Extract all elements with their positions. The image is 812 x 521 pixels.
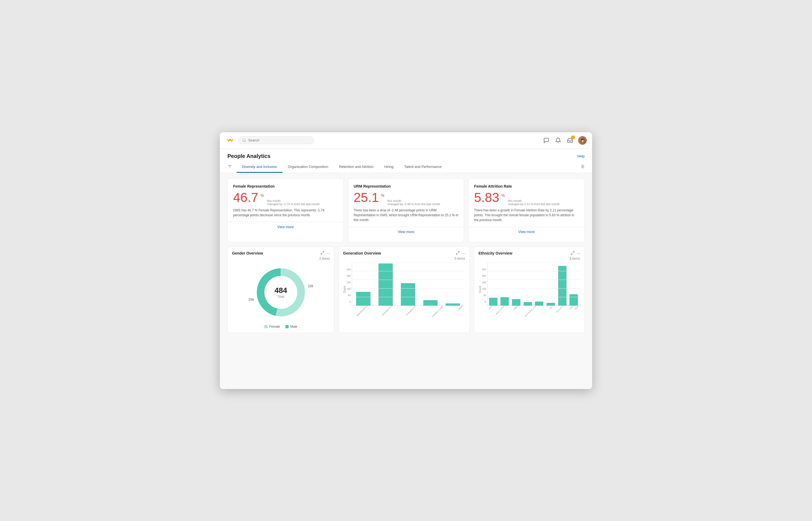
- eth-y250: 250: [482, 268, 486, 271]
- urm-rep-card: URM Representation 25.1 % this month cha…: [348, 178, 464, 242]
- ethnicity-bar-chart: Count 0 50 100 150 200 250: [479, 263, 580, 317]
- generation-expand-icon[interactable]: [456, 251, 460, 256]
- nav-tabs: Diversity and Inclusion Organization Com…: [237, 161, 580, 173]
- gender-expand-icon[interactable]: [320, 251, 324, 256]
- gen-y0: 0: [347, 300, 351, 303]
- gender-legend: Female Male: [264, 325, 297, 329]
- ethnicity-more-icon[interactable]: ···: [577, 251, 580, 255]
- bar-black-rect: [500, 297, 509, 305]
- list-view-icon[interactable]: [580, 164, 584, 170]
- app-logo: [225, 136, 235, 145]
- female-rep-change: changed by -1.74 % from the last month: [267, 202, 320, 206]
- bar-white: [557, 263, 568, 305]
- nav-area: Diversity and Inclusion Organization Com…: [220, 161, 592, 173]
- urm-rep-value: 25.1: [354, 191, 379, 204]
- urm-rep-this-month: this month: [388, 199, 440, 202]
- tab-org-composition[interactable]: Organization Composition: [283, 161, 334, 173]
- female-rep-card: Female Representation 46.7 % this month …: [228, 178, 344, 242]
- bar-gen-x: [376, 263, 396, 305]
- bar-hispanic-rect: [512, 299, 520, 305]
- bar-native-hawaiian-rect: [524, 302, 532, 305]
- chat-icon[interactable]: [543, 137, 550, 144]
- female-rep-title: Female Representation: [233, 184, 338, 188]
- female-attr-change: changed by 2.11 % from the last month: [508, 202, 559, 206]
- ethnicity-chart-card: Ethnicity Overview ··· 8 items: [474, 247, 584, 333]
- filter-icon[interactable]: [228, 164, 232, 170]
- bar-gen-y-rect: [401, 283, 415, 305]
- eth-x-label-3: Native Hawaiian or Other Pacific Isla...: [524, 306, 550, 317]
- gen-x-label-3: Generation Z (1997 and onwards): [431, 306, 457, 317]
- gen-y200: 200: [347, 274, 351, 277]
- tab-talent[interactable]: Talent and Performance: [399, 161, 447, 173]
- female-attr-desc: There has been a growth in Female Attrit…: [474, 208, 579, 222]
- inbox-badge: 1: [571, 136, 575, 139]
- female-attr-this-month: this month: [508, 199, 559, 202]
- eth-y0: 0: [482, 300, 486, 303]
- inbox-icon[interactable]: 1: [566, 137, 574, 144]
- gen-x-label-1: Generation X (1965-1980): [381, 306, 404, 317]
- bar-two-more: [546, 263, 556, 305]
- gender-total: 484: [274, 286, 287, 295]
- female-attr-view-more[interactable]: View more: [474, 227, 579, 236]
- gender-more-icon[interactable]: ···: [327, 251, 330, 255]
- eth-y150: 150: [482, 281, 486, 284]
- female-attr-value: 5.83: [474, 191, 499, 204]
- gender-chart-card: Gender Overview ··· 2 items: [228, 247, 334, 333]
- generation-more-icon[interactable]: ···: [462, 251, 465, 255]
- urm-rep-title: URM Representation: [354, 184, 459, 188]
- eth-y100: 100: [482, 288, 486, 290]
- gen-y-axis-label: Count: [343, 286, 346, 293]
- bar-two-more-rect: [547, 303, 555, 305]
- bar-baby-boomers: [353, 263, 373, 305]
- bar-asian: [488, 263, 499, 305]
- bar-asian-rect: [489, 298, 498, 305]
- gender-total-label: Total: [274, 295, 287, 299]
- eth-y50: 50: [482, 294, 486, 297]
- page-title: People Analytics: [228, 153, 270, 159]
- eth-x-label-5: Two or More Races: [555, 306, 572, 317]
- generation-chart-card: Generation Overview ··· 5 items: [338, 247, 470, 333]
- bar-gen-z-rect: [423, 300, 437, 305]
- header-icons: 1 👩: [543, 136, 587, 145]
- gender-male-label: 226: [308, 284, 313, 288]
- notification-icon[interactable]: [554, 137, 562, 144]
- ethnicity-chart-title: Ethnicity Overview: [479, 251, 512, 255]
- app-header: 1 👩: [220, 132, 592, 149]
- generation-bar-chart: Count 0 50 100 150 200 250: [343, 263, 465, 317]
- female-rep-view-more[interactable]: View more: [233, 222, 338, 232]
- bar-blank-eth: [568, 263, 579, 305]
- gen-y50: 50: [347, 294, 351, 297]
- urm-rep-change: changed by -2.48 % from the last month: [388, 202, 440, 206]
- tab-retention[interactable]: Retention and Attrition: [334, 161, 379, 173]
- gender-female-label: 258: [248, 298, 254, 301]
- generation-chart-title: Generation Overview: [343, 251, 381, 255]
- user-avatar[interactable]: 👩: [578, 136, 587, 145]
- svg-line-11: [323, 251, 324, 252]
- female-rep-desc: GMS has 46.7 % Female Representation. Th…: [233, 208, 338, 218]
- help-link[interactable]: Help: [577, 154, 584, 158]
- urm-rep-view-more[interactable]: View more: [354, 227, 459, 236]
- gen-x-label-4: (Blank): [458, 306, 465, 316]
- legend-male-label: Male: [290, 325, 297, 329]
- search-input[interactable]: [248, 138, 302, 142]
- tab-hiring[interactable]: Hiring: [379, 161, 399, 173]
- ethnicity-expand-icon[interactable]: [571, 251, 575, 256]
- bar-native-hawaiian: [523, 263, 533, 305]
- bar-blank-gen: [443, 263, 463, 305]
- bar-other-rect: [535, 301, 543, 305]
- eth-x-label-2: Hispanic: [514, 306, 525, 316]
- generation-items-count: 5 items: [343, 257, 465, 260]
- legend-male-dot: [285, 325, 289, 328]
- svg-line-17: [456, 253, 457, 254]
- female-attr-percent: %: [501, 193, 505, 198]
- page-header: People Analytics Help: [220, 149, 592, 161]
- ethnicity-items-count: 8 items: [479, 257, 580, 260]
- legend-female-dot: [264, 325, 268, 328]
- svg-line-12: [321, 253, 322, 254]
- search-bar[interactable]: [238, 136, 314, 144]
- bar-white-rect: [558, 266, 567, 305]
- bar-blank-eth-rect: [570, 294, 578, 305]
- gen-y250: 250: [347, 268, 351, 271]
- bar-gen-y: [398, 263, 418, 305]
- tab-diversity[interactable]: Diversity and Inclusion: [237, 161, 283, 173]
